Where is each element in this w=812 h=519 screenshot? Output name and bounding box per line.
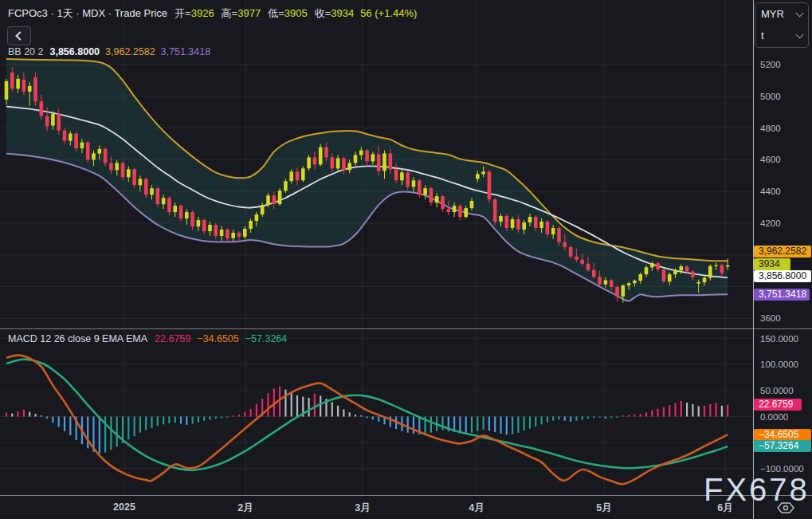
open-value: 3926 bbox=[191, 7, 214, 19]
close-value: 3934 bbox=[331, 7, 354, 19]
axis-tick-label: 5200 bbox=[760, 60, 781, 69]
open-label: 开= bbox=[175, 7, 191, 19]
time-axis-label: 2月 bbox=[237, 501, 253, 515]
macd-lines bbox=[6, 356, 728, 485]
pane-separator[interactable] bbox=[0, 328, 812, 329]
currency-unit-selector: MYR t bbox=[755, 2, 809, 48]
currency-value: MYR bbox=[761, 8, 784, 20]
trading-chart-app: 5200500048004600440042003600150.0000100.… bbox=[0, 0, 812, 519]
bb-lower-value: 3,751.3418 bbox=[161, 46, 211, 57]
bb-indicator-row[interactable]: BB 20 23,856.80003,962.25823,751.3418 bbox=[8, 46, 210, 57]
macd-pane-chart[interactable] bbox=[0, 329, 753, 495]
chevron-left-icon bbox=[15, 31, 24, 40]
price-badge: −57.3264 bbox=[754, 440, 811, 452]
unit-select[interactable]: t bbox=[755, 25, 808, 46]
axis-tick-label: −100.0000 bbox=[760, 464, 804, 474]
bb-title: BB 20 2 bbox=[8, 46, 43, 57]
price-axis[interactable]: 5200500048004600440042003600150.0000100.… bbox=[754, 0, 812, 519]
back-button[interactable] bbox=[7, 26, 31, 45]
bb-basis-value: 3,856.8000 bbox=[49, 46, 100, 57]
macd-title: MACD 12 26 close 9 EMA EMA bbox=[8, 333, 147, 344]
dot-icon bbox=[783, 505, 787, 509]
time-axis-separator bbox=[0, 495, 812, 496]
macd-signal-value: −57.3264 bbox=[245, 333, 287, 344]
time-axis-label: 6月 bbox=[717, 501, 732, 515]
symbol-title[interactable]: FCPOc3 · 1天 · MDX · Trade Price bbox=[8, 7, 167, 19]
bollinger-bands bbox=[6, 59, 728, 301]
chart-header: FCPOc3 · 1天 · MDX · Trade Price开=3926高=3… bbox=[8, 6, 417, 21]
price-badge: 3,856.8000 bbox=[754, 270, 811, 282]
currency-select[interactable]: MYR bbox=[755, 3, 808, 25]
price-badge: −34.6505 bbox=[754, 429, 811, 441]
change-value: 56 (+1.44%) bbox=[360, 7, 417, 19]
time-axis[interactable]: 20252月3月4月5月6月 bbox=[0, 496, 753, 519]
chevron-down-icon bbox=[796, 30, 804, 38]
price-badge: 3,751.3418 bbox=[754, 289, 810, 301]
macd-indicator-row[interactable]: MACD 12 26 close 9 EMA EMA22.6759−34.650… bbox=[8, 333, 287, 344]
axis-tick-label: 0.0000 bbox=[760, 412, 788, 422]
axis-tick-label: 100.0000 bbox=[760, 360, 798, 369]
axis-tick-label: 150.0000 bbox=[760, 334, 798, 344]
macd-grid bbox=[0, 329, 753, 495]
price-badge: 3934 bbox=[754, 258, 790, 270]
macd-line-value: −34.6505 bbox=[197, 333, 238, 344]
time-axis-label: 2025 bbox=[113, 501, 135, 513]
axis-tick-label: 4800 bbox=[760, 124, 781, 133]
axis-tick-label: 5000 bbox=[760, 92, 781, 101]
time-axis-label: 5月 bbox=[596, 501, 611, 515]
price-badge: 3,962.2582 bbox=[754, 246, 811, 258]
axis-tick-label: 4200 bbox=[760, 218, 781, 228]
low-label: 低= bbox=[268, 7, 284, 19]
hexagon-icon bbox=[778, 503, 794, 513]
axis-tick-label: 4600 bbox=[760, 155, 781, 164]
time-axis-label: 3月 bbox=[355, 501, 370, 515]
axis-tick-label: 50.0000 bbox=[760, 386, 794, 395]
axis-tick-label: 3600 bbox=[760, 313, 781, 323]
high-value: 3977 bbox=[237, 7, 261, 19]
settings-button[interactable] bbox=[775, 498, 797, 517]
macd-hist-value: 22.6759 bbox=[155, 333, 190, 344]
high-label: 高= bbox=[222, 7, 238, 19]
price-badge: 22.6759 bbox=[754, 399, 802, 411]
time-axis-label: 4月 bbox=[469, 501, 484, 515]
close-label: 收= bbox=[315, 7, 331, 19]
low-value: 3905 bbox=[284, 7, 308, 19]
unit-value: t bbox=[761, 29, 764, 41]
bb-upper-value: 3,962.2582 bbox=[105, 46, 155, 57]
chevron-down-icon bbox=[796, 9, 804, 17]
axis-tick-label: 4400 bbox=[760, 187, 781, 196]
